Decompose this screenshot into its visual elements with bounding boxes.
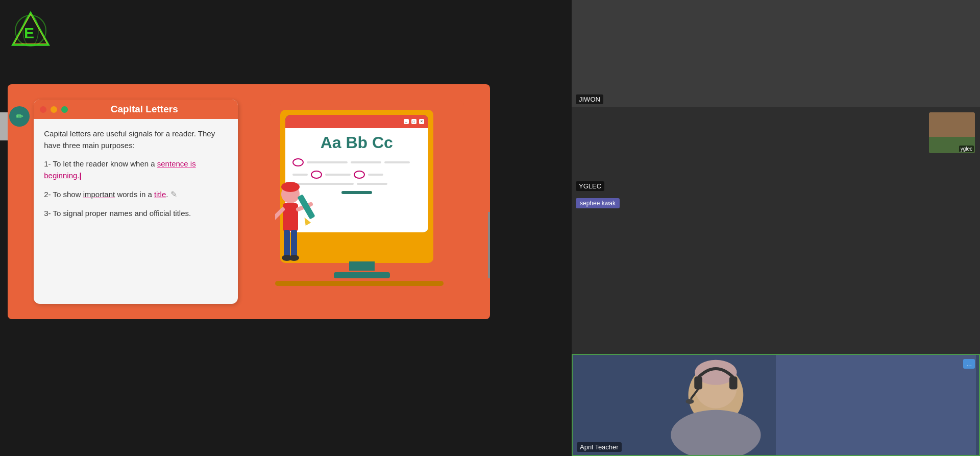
abc-display: Aa Bb Cc — [292, 133, 421, 152]
sephee-label-badge: sephee kwak — [576, 198, 620, 208]
monitor-base — [334, 272, 390, 278]
edit-icon: ✎ — [170, 190, 177, 199]
svg-point-25 — [686, 399, 694, 404]
card-body: Capital letters are useful signals for a… — [34, 119, 238, 236]
slide-area: Capital Letters Capital letters are usef… — [8, 84, 490, 319]
pencil-tool-button[interactable]: ✏ — [9, 106, 30, 127]
line-seg-2b — [325, 174, 351, 176]
line-seg-2c — [368, 174, 383, 176]
pencil-icon: ✏ — [16, 111, 23, 122]
intro-text: Capital letters are useful signals for a… — [44, 128, 228, 151]
capital-letters-card: Capital Letters Capital letters are usef… — [34, 100, 238, 304]
oval-1 — [292, 158, 304, 166]
important-word: important — [83, 190, 115, 199]
yglec-label: YGLEC — [576, 181, 604, 191]
svg-rect-17 — [776, 355, 976, 455]
card-title: Capital Letters — [72, 104, 216, 115]
svg-rect-23 — [729, 376, 738, 389]
ground — [275, 281, 444, 286]
yglec-thumbnail: yglec — [929, 112, 975, 153]
participant-jiwon: JIWON — [572, 0, 980, 107]
oval-2 — [311, 171, 322, 179]
thumbnail-label: yglec — [959, 146, 974, 152]
monitor-titlebar: – □ ✕ — [285, 115, 428, 128]
line-seg-2a — [292, 174, 308, 176]
yglec-video-bg — [576, 111, 976, 190]
line-seg-1b — [351, 161, 381, 163]
line-seg-1c — [384, 161, 410, 163]
april-person — [573, 355, 979, 455]
sentence-beginning: sentence is beginning. — [44, 159, 195, 180]
point1: 1- To let the reader know when a sentenc… — [44, 158, 228, 181]
line-seg-3b — [357, 183, 387, 185]
bottom-bar — [341, 191, 372, 194]
april-label: April Teacher — [577, 442, 622, 452]
dot-red — [40, 106, 46, 113]
svg-rect-12 — [284, 230, 290, 258]
title-word: title — [154, 190, 166, 199]
line-seg-1a — [307, 161, 348, 163]
cursor: | — [79, 171, 81, 180]
dot-yellow — [51, 106, 57, 113]
line-row-1 — [292, 158, 421, 166]
card-titlebar: Capital Letters — [34, 100, 238, 119]
jiwon-video — [572, 0, 980, 107]
svg-point-6 — [281, 182, 300, 192]
april-video: April Teacher ... — [572, 354, 980, 456]
point2: 2- To show important words in a title. ✎ — [44, 188, 228, 201]
oval-3 — [354, 171, 365, 179]
jiwon-label: JIWON — [576, 94, 603, 104]
monitor-stand — [349, 261, 375, 271]
maximize-btn: □ — [411, 119, 416, 124]
point3: 3- To signal proper names and official t… — [44, 208, 228, 220]
svg-rect-7 — [283, 203, 298, 231]
dot-green — [61, 106, 68, 113]
svg-point-15 — [289, 255, 299, 261]
svg-line-8 — [275, 209, 283, 220]
main-area: E 🏠 Monday Tuesday Wednesday Thursday Fr… — [0, 0, 572, 456]
svg-text:E: E — [24, 25, 34, 41]
logo-icon: E — [10, 10, 51, 51]
svg-rect-13 — [291, 230, 297, 258]
line-row-2 — [292, 171, 421, 179]
right-panel: JIWON yglec YGLEC sephee kwak — [572, 0, 980, 456]
scrollbar[interactable] — [488, 212, 490, 278]
april-more-button[interactable]: ... — [963, 359, 975, 369]
participant-yglec: yglec YGLEC — [572, 107, 980, 194]
close-btn: ✕ — [419, 119, 424, 124]
person-figure — [275, 179, 321, 281]
minimize-btn: – — [404, 119, 409, 124]
svg-rect-22 — [694, 376, 702, 389]
illustration-card: – □ ✕ Aa Bb Cc — [270, 100, 464, 304]
participant-april: sephee kwak — [572, 194, 980, 456]
logo-area: E — [5, 5, 56, 56]
